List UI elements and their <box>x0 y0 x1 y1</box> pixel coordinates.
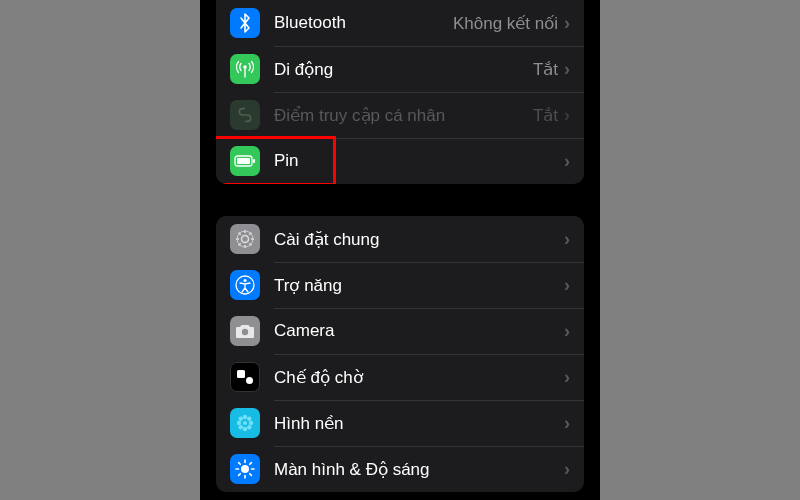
row-label: Chế độ chờ <box>274 367 564 388</box>
svg-rect-5 <box>253 159 255 163</box>
wallpaper-icon <box>230 408 260 438</box>
svg-point-24 <box>237 421 241 425</box>
svg-point-7 <box>242 236 249 243</box>
chevron-right-icon: › <box>564 367 570 388</box>
svg-line-38 <box>250 463 252 465</box>
svg-point-29 <box>247 425 251 429</box>
chevron-right-icon: › <box>564 59 570 80</box>
svg-point-23 <box>243 427 247 431</box>
settings-row-bluetooth[interactable]: Bluetooth Không kết nối › <box>216 0 584 46</box>
settings-row-standby[interactable]: Chế độ chờ › <box>216 354 584 400</box>
battery-icon <box>230 146 260 176</box>
svg-point-21 <box>243 421 247 425</box>
row-label: Bluetooth <box>274 13 453 33</box>
row-label: Camera <box>274 321 564 341</box>
settings-row-camera[interactable]: Camera › <box>216 308 584 354</box>
row-label: Trợ năng <box>274 275 564 296</box>
chevron-right-icon: › <box>564 151 570 172</box>
standby-icon <box>230 362 260 392</box>
svg-point-25 <box>249 421 253 425</box>
accessibility-icon <box>230 270 260 300</box>
svg-point-22 <box>243 415 247 419</box>
settings-row-display-brightness[interactable]: Màn hình & Độ sáng › <box>216 446 584 492</box>
chevron-right-icon: › <box>564 229 570 250</box>
svg-point-27 <box>247 417 251 421</box>
row-label: Điểm truy cập cá nhân <box>274 105 533 126</box>
settings-group-general: Cài đặt chung › Trợ năng › Camera › Chế … <box>216 216 584 492</box>
svg-rect-4 <box>237 158 250 164</box>
row-label: Cài đặt chung <box>274 229 564 250</box>
svg-point-30 <box>241 465 249 473</box>
gear-icon <box>230 224 260 254</box>
svg-line-35 <box>239 463 241 465</box>
svg-line-36 <box>250 474 252 476</box>
svg-point-26 <box>239 417 243 421</box>
chevron-right-icon: › <box>564 275 570 296</box>
link-icon <box>230 100 260 130</box>
row-label: Di động <box>274 59 533 80</box>
settings-screen: Bluetooth Không kết nối › Di động Tắt › <box>200 0 600 500</box>
svg-point-17 <box>243 279 246 282</box>
settings-row-cellular[interactable]: Di động Tắt › <box>216 46 584 92</box>
settings-group-network: Bluetooth Không kết nối › Di động Tắt › <box>216 0 584 184</box>
row-label: Hình nền <box>274 413 564 434</box>
bluetooth-icon <box>230 8 260 38</box>
svg-rect-20 <box>246 377 253 384</box>
row-label: Pin <box>274 151 564 171</box>
chevron-right-icon: › <box>564 413 570 434</box>
row-value: Không kết nối <box>453 13 558 34</box>
antenna-icon <box>230 54 260 84</box>
chevron-right-icon: › <box>564 321 570 342</box>
row-value: Tắt <box>533 105 558 126</box>
camera-icon <box>230 316 260 346</box>
settings-row-wallpaper[interactable]: Hình nền › <box>216 400 584 446</box>
chevron-right-icon: › <box>564 13 570 34</box>
settings-row-accessibility[interactable]: Trợ năng › <box>216 262 584 308</box>
svg-line-37 <box>239 474 241 476</box>
svg-rect-19 <box>237 370 245 378</box>
brightness-icon <box>230 454 260 484</box>
svg-point-28 <box>239 425 243 429</box>
chevron-right-icon: › <box>564 459 570 480</box>
row-value: Tắt <box>533 59 558 80</box>
settings-row-general[interactable]: Cài đặt chung › <box>216 216 584 262</box>
settings-row-hotspot: Điểm truy cập cá nhân Tắt › <box>216 92 584 138</box>
svg-point-18 <box>242 329 248 335</box>
row-label: Màn hình & Độ sáng <box>274 459 564 480</box>
settings-row-battery[interactable]: Pin › <box>216 138 584 184</box>
chevron-right-icon: › <box>564 105 570 126</box>
